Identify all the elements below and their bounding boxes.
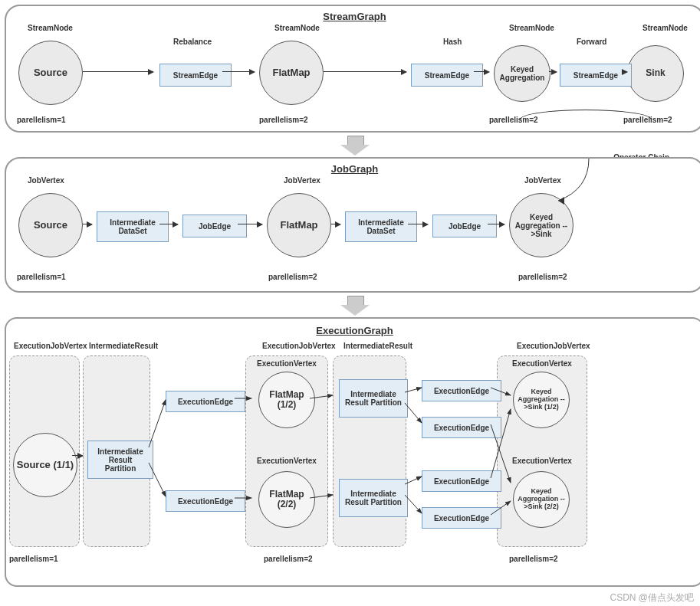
source-node: Source: [18, 41, 83, 105]
stream-graph-row: StreamNode StreamNode StreamNode StreamN…: [14, 24, 695, 123]
ejv3-label: ExecutionJobVertex: [517, 342, 590, 350]
ev-fm2: FlatMap (2/2): [258, 471, 315, 528]
arrow: [159, 224, 178, 224]
par-1: parellelism=1: [17, 116, 66, 124]
exec-edge-6: ExecutionEdge: [422, 507, 501, 529]
jv-flatmap-label: JobVertex: [284, 176, 320, 185]
exec-graph-panel: ExecutionGraph ExecutionJobVertex Interm…: [5, 317, 700, 587]
forward-label: Forward: [577, 38, 606, 46]
arrow: [324, 71, 406, 72]
hash-label: Hash: [443, 38, 462, 46]
jv-sink: Keyed Aggregation -->Sink: [509, 193, 573, 257]
job-graph-row: JobVertex JobVertex JobVertex Source Fla…: [14, 176, 695, 283]
exec-edge-4: ExecutionEdge: [422, 417, 501, 438]
jv-source-label: JobVertex: [28, 176, 64, 185]
ids-1: Intermediate DataSet: [97, 211, 169, 242]
ev-label-fm1: ExecutionVertex: [246, 359, 327, 368]
flatmap-label: StreamNode: [274, 24, 320, 32]
ev-label-s1: ExecutionVertex: [498, 359, 587, 368]
arrow: [549, 71, 557, 72]
ev-label-fm2: ExecutionVertex: [246, 457, 327, 465]
irp-2a: Intermediate Result Partition: [339, 379, 408, 418]
down-arrow-1: [337, 136, 373, 154]
stream-edge-2: StreamEdge: [411, 64, 483, 87]
exec-edge-3: ExecutionEdge: [422, 380, 501, 401]
epar-1: parellelism=1: [9, 555, 58, 563]
jv-sink-label: JobVertex: [524, 176, 561, 185]
stream-edge-1: StreamEdge: [159, 64, 232, 87]
ev-s2: Keyed Aggregation -->Sink (2/2): [513, 471, 570, 528]
flatmap-node: FlatMap: [259, 41, 324, 105]
arrow: [474, 71, 489, 72]
exec-graph-title: ExecutionGraph: [14, 325, 695, 336]
arrow: [83, 71, 153, 72]
irp-2b: Intermediate Result Partition: [339, 479, 408, 517]
exec-edge-1: ExecutionEdge: [166, 391, 245, 412]
ir1-label: IntermediateResult: [89, 342, 158, 350]
arrow: [72, 455, 83, 456]
ir2-label: IntermediateResult: [343, 342, 412, 350]
jpar-3: parellelism=2: [518, 273, 567, 281]
jpar-2: parellelism=2: [268, 273, 317, 281]
source-label: StreamNode: [28, 24, 73, 32]
epar-3: parellelism=2: [509, 555, 558, 563]
jobedge-2: JobEdge: [432, 215, 497, 237]
stream-graph-panel: StreamGraph StreamNode StreamNode Stream…: [5, 5, 700, 133]
ir-source-group: Intermediate Result Partition: [83, 355, 150, 547]
chain-curve: [520, 110, 652, 120]
arrow: [623, 71, 627, 72]
arrow: [488, 224, 504, 224]
keyed-node: Keyed Aggregation: [494, 45, 550, 102]
sink-node: Sink: [627, 45, 684, 102]
jobedge-1: JobEdge: [182, 215, 247, 237]
ejv-sink-group: ExecutionVertex Keyed Aggregation -->Sin…: [497, 355, 587, 547]
jv-flatmap: FlatMap: [267, 193, 331, 257]
exec-edge-5: ExecutionEdge: [422, 470, 501, 492]
sink-label: StreamNode: [642, 24, 688, 32]
ir-flatmap-group: Intermediate Result Partition Intermedia…: [333, 355, 406, 547]
arrow: [331, 224, 340, 224]
arrow: [408, 224, 428, 224]
job-graph-title: JobGraph: [14, 163, 695, 175]
par-2: parellelism=2: [259, 116, 308, 124]
down-arrow-2: [337, 296, 373, 314]
irp-1: Intermediate Result Partition: [87, 441, 153, 479]
ev-s1: Keyed Aggregation -->Sink (1/2): [513, 372, 570, 428]
job-graph-panel: JobGraph JobVertex JobVertex JobVertex S…: [5, 157, 700, 293]
stream-graph-title: StreamGraph: [14, 11, 695, 22]
epar-2: parellelism=2: [264, 555, 313, 563]
jv-source: Source: [18, 193, 83, 257]
ev-label-s2: ExecutionVertex: [498, 457, 587, 465]
exec-edge-2: ExecutionEdge: [166, 490, 245, 512]
arrow: [83, 224, 92, 224]
arrow: [222, 71, 255, 72]
ejv1-label: ExecutionJobVertex: [14, 342, 87, 350]
arrow: [238, 224, 262, 224]
stream-edge-3: StreamEdge: [560, 64, 632, 87]
ev-fm1: FlatMap (1/2): [258, 372, 315, 428]
ejv-flatmap-group: ExecutionVertex FlatMap (1/2) ExecutionV…: [245, 355, 328, 547]
rebalance-label: Rebalance: [173, 38, 212, 46]
ejv-source-group: Source (1/1): [9, 355, 80, 547]
jpar-1: parellelism=1: [17, 273, 66, 281]
keyed-label: StreamNode: [509, 24, 554, 32]
ev-source: Source (1/1): [13, 433, 77, 497]
ids-2: Intermediate DataSet: [345, 211, 417, 242]
ejv2-label: ExecutionJobVertex: [262, 342, 336, 350]
